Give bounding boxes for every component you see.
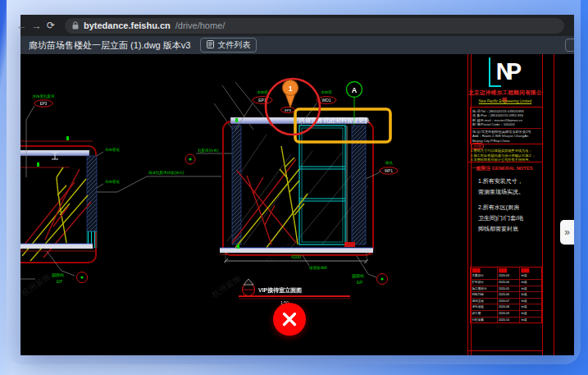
note-line: 1.所有安装尺寸， xyxy=(478,176,539,186)
desktop-background: ← → ⟳ bytedance.feishu.cn/drive/home/ 廊坊… xyxy=(0,0,588,375)
note-line: 需测量现场实况。 xyxy=(478,186,539,197)
close-button[interactable] xyxy=(273,303,306,336)
note-line: 卫生间)门/门套/地 xyxy=(478,213,539,223)
finish-tag: EP3 xyxy=(285,108,291,112)
company-name-en: New Pacific Engineering Limited xyxy=(468,99,542,103)
table-row: 扩初设计2020.04完成 xyxy=(471,279,541,286)
finish-label: 木饰面板 xyxy=(105,180,121,184)
floor-line xyxy=(21,244,93,249)
note-line: 2.所有水区(厨房 xyxy=(478,202,539,213)
company-contact-block: 电 话/Tel：(8610)5215 0392/0393 传 真/Fax：(86… xyxy=(470,107,543,144)
table-row: 方案设计2020.03完成 xyxy=(471,273,541,279)
view-title-group: VIP接待室立面图 1:50 xyxy=(239,279,350,305)
reload-icon[interactable]: ⟳ xyxy=(43,20,58,31)
file-list-icon xyxy=(207,40,214,50)
close-icon xyxy=(273,303,306,336)
comment-pin-number: 1 xyxy=(289,85,293,93)
file-list-label: 文件列表 xyxy=(217,39,250,51)
left-elevation-drawing: 木饰面乳胶漆 EP3 木饰面板 木饰面板 乳胶漆(白色) 墙体乳胶漆样板(米白) xyxy=(21,94,235,284)
forward-icon[interactable]: → xyxy=(29,20,43,32)
finish-caption: 木饰面 xyxy=(257,90,268,94)
review-note-text: 内墙立面 此处材料需要更换 xyxy=(299,117,370,124)
table-row: 竣工图2020.09完成 xyxy=(471,310,541,317)
address-bar[interactable]: bytedance.feishu.cn/drive/home/ xyxy=(65,18,564,34)
axis-label: A xyxy=(352,86,358,94)
revision-table: ███ ███ ███ 方案设计2020.03完成扩初设计2020.04完成施工… xyxy=(470,267,542,323)
table-row: 归档备案2020.10完成 xyxy=(471,317,541,323)
svg-text:杭州装饰: 杭州装饰 xyxy=(209,274,242,300)
general-notes-title: 一般附注 GENERAL NOTES xyxy=(472,165,533,172)
titleblock-bottom-border xyxy=(468,350,542,351)
document-header: 廊坊苗场售楼处一层立面 (1).dwg 版本v3 文件列表 xyxy=(21,36,574,54)
branch-decoration xyxy=(280,146,304,245)
note-line: 脚线都需要封底 xyxy=(478,223,539,234)
finish-tag: EP3 xyxy=(40,102,48,106)
finish-tag: WP1 xyxy=(385,169,393,173)
document-title: 廊坊苗场售楼处一层立面 (1).dwg 版本v3 xyxy=(29,39,190,52)
table-header-row: ███ ███ ███ xyxy=(471,268,541,273)
sheet-border-line xyxy=(554,54,554,355)
center-elevation-drawing: 4200 墙面留缝处 墙纸 WP1 踢脚线 E/P xyxy=(214,82,398,306)
branch-decoration xyxy=(57,167,70,243)
contact-line: Beijing City P.Rep.China xyxy=(472,139,541,144)
view-title: VIP接待室立面图 xyxy=(258,286,302,294)
skirting-label: 踢脚线 xyxy=(52,272,64,278)
logo-bracket xyxy=(489,57,490,85)
url-path: /drive/home/ xyxy=(175,21,226,30)
finish-label: 墙体乳胶漆样板(米白) xyxy=(148,170,185,175)
revision-table-body: 方案设计2020.03完成扩初设计2020.04完成施工图设计2020.05完成… xyxy=(471,273,541,322)
url-host: bytedance.feishu.cn xyxy=(84,21,171,30)
finish-label: 木饰面板 xyxy=(105,148,121,152)
gap-label: 墙面留缝处 xyxy=(308,265,328,270)
finish-tag: WD1 xyxy=(321,98,330,103)
divider xyxy=(468,162,542,162)
general-notes: 1.所有安装尺寸， 需测量现场实况。 2.所有水区(厨房 卫生间)门/门套/地 … xyxy=(478,176,539,234)
browser-toolbar: ← → ⟳ bytedance.feishu.cn/drive/home/ xyxy=(21,15,574,36)
floor-line xyxy=(220,248,373,253)
skirting-code: E/P xyxy=(57,280,62,284)
table-row: 深化修改2020.08完成 xyxy=(471,304,541,310)
hatched-column xyxy=(87,156,97,231)
titleblock-panel: NP 北京迈洋维尔工程顾问有限公司 New Pacific Engineerin… xyxy=(467,54,543,355)
clipped-header-button[interactable] xyxy=(565,39,574,52)
skirting-label: 踢脚线 xyxy=(352,273,364,279)
company-logo: NP xyxy=(468,56,542,87)
browser-window: ← → ⟳ bytedance.feishu.cn/drive/home/ 廊坊… xyxy=(21,15,574,355)
table-row: 材料封样2020.06完成 xyxy=(471,291,541,298)
view-marker-icon xyxy=(244,279,253,285)
expand-sidebar-tab[interactable]: » xyxy=(560,220,574,245)
skirting-code: E/P xyxy=(357,281,362,285)
logo-bracket xyxy=(489,85,501,87)
comment-pin[interactable]: 1 xyxy=(283,80,299,108)
remark-block: 注明 1.图纸尺寸均以现场实际测量放线为准； 2.施工前如有疑问请与设计师确认后… xyxy=(471,144,540,162)
finish-caption: 墙纸 xyxy=(385,161,394,165)
dwg-viewer-canvas[interactable]: 杭州装饰 杭州装饰 杭州装饰 xyxy=(21,54,574,355)
hatched-column xyxy=(232,126,241,245)
dimension-text: 4200 xyxy=(291,254,301,259)
back-icon[interactable]: ← xyxy=(14,20,29,32)
finish-label: 乳胶漆(白色) xyxy=(198,148,219,153)
contact-line: 地 址/北京市朝阳区高碑店水郡长安2号 xyxy=(472,128,541,135)
lock-icon xyxy=(72,18,79,33)
finish-caption: 木饰面乳胶漆 xyxy=(33,94,56,98)
table-row: 现场交底2020.07完成 xyxy=(471,298,541,304)
table-row: 施工图设计2020.05完成 xyxy=(471,286,541,292)
file-list-button[interactable]: 文件列表 xyxy=(200,38,257,53)
contact-line: 邮 编/Postal Code：100024 xyxy=(472,122,541,127)
finish-caption: 木饰面 xyxy=(321,90,332,94)
svg-text:杭州装饰: 杭州装饰 xyxy=(21,272,52,299)
